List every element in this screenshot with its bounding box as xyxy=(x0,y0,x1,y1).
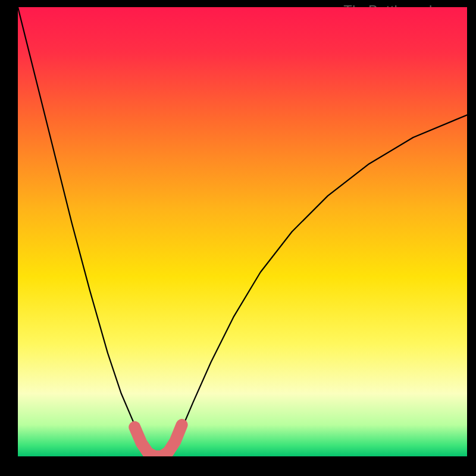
plot-background xyxy=(18,7,467,456)
chart-canvas: TheBottleneck.com xyxy=(0,0,476,476)
plot-svg xyxy=(18,7,467,456)
